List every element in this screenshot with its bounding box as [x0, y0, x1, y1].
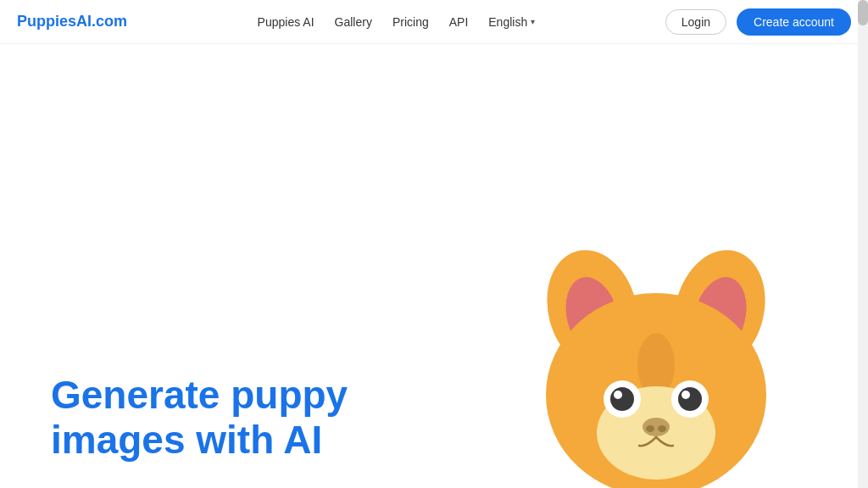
svg-point-9: [614, 391, 622, 399]
puppy-svg: [512, 200, 800, 488]
puppy-illustration: [512, 200, 800, 488]
scrollbar-thumb[interactable]: [858, 0, 868, 25]
site-logo[interactable]: PuppiesAI.com: [17, 13, 127, 30]
svg-point-8: [610, 387, 634, 411]
nav-links: Puppies AI Gallery Pricing API English ▾: [258, 15, 536, 29]
hero-section: Generate puppy images with AI: [51, 373, 348, 463]
nav-actions: Login Create account: [665, 8, 851, 36]
nav-link-puppies-ai[interactable]: Puppies AI: [258, 15, 314, 29]
language-selector[interactable]: English ▾: [488, 15, 535, 29]
nav-link-pricing[interactable]: Pricing: [392, 15, 429, 29]
svg-point-15: [658, 425, 666, 432]
svg-point-12: [682, 391, 690, 399]
login-button[interactable]: Login: [665, 9, 726, 35]
language-label: English: [488, 15, 527, 29]
nav-link-api[interactable]: API: [449, 15, 469, 29]
hero-title-line2: images with AI: [51, 418, 322, 462]
svg-point-11: [678, 387, 702, 411]
hero-title-line1: Generate puppy: [51, 373, 348, 417]
create-account-button[interactable]: Create account: [737, 8, 851, 36]
hero-title: Generate puppy images with AI: [51, 373, 348, 463]
navbar: PuppiesAI.com Puppies AI Gallery Pricing…: [0, 0, 868, 44]
chevron-down-icon: ▾: [531, 17, 535, 26]
scrollbar[interactable]: [858, 0, 868, 488]
main-content: Generate puppy images with AI: [0, 44, 868, 488]
nav-link-gallery[interactable]: Gallery: [335, 15, 372, 29]
svg-point-14: [646, 425, 654, 432]
